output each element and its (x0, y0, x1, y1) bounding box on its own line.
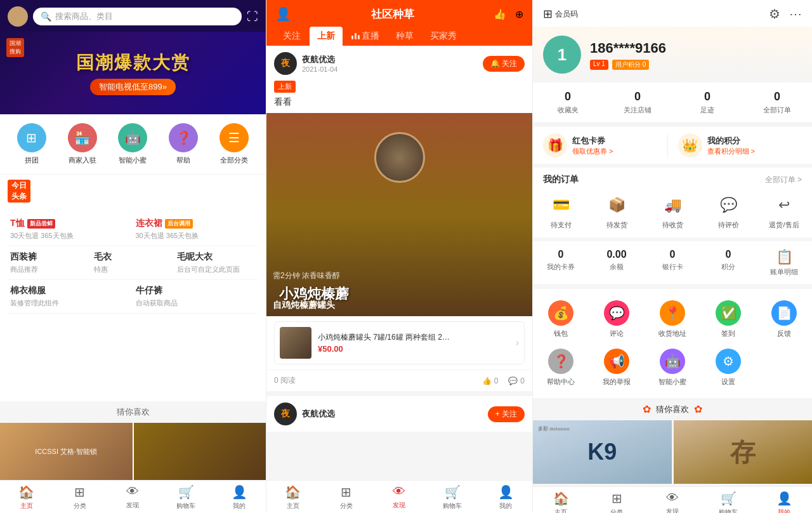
wallet-coupons[interactable]: 0 我的卡券 (533, 249, 589, 277)
service-address[interactable]: 📍 收货地址 (645, 295, 700, 343)
post-1-meta: 夜航优选 2021-01-04 (302, 54, 337, 73)
tab-buyer[interactable]: 买家秀 (422, 27, 464, 46)
image-sub: 需2分钟 浓香味香醇 (273, 270, 340, 281)
icon-allcats[interactable]: ☰ 全部分类 (219, 123, 249, 165)
cat-cell-tshirt[interactable]: T恤新品尝鲜 30天包退 365天包换 (8, 213, 133, 246)
cat-cell-suit[interactable]: 西装裤 商品推荐 (8, 246, 91, 279)
avatar[interactable] (8, 6, 28, 27)
cat-desc-dress: 30天包退 365天包换 (136, 231, 256, 241)
cat-cell-dress[interactable]: 连衣裙后台调用 30天包退 365天包换 (133, 213, 259, 246)
p1-nav-cart[interactable]: 🛒 购物车 (159, 484, 213, 510)
all-orders-link[interactable]: 全部订单 > (765, 175, 802, 185)
cat-cell-coat[interactable]: 毛呢大衣 后台可自定义此页面 (174, 246, 258, 279)
tab-grass[interactable]: 种草 (388, 27, 421, 46)
rec-item-1[interactable]: ICCSSI 艾格·智能锁 (0, 423, 133, 480)
wallet-balance[interactable]: 0.00 余额 (589, 249, 645, 277)
tab-follow[interactable]: 关注 (275, 27, 308, 46)
panel-home: 🔍 搜索商品、类目 ⛶ 国潮搜购 国潮爆款大赏 智能电视低至899» ⊞ 拼团 … (0, 0, 266, 513)
service-checkin[interactable]: ✅ 签到 (700, 295, 756, 343)
product-price: ¥50.00 (318, 344, 509, 354)
icon-shangjia[interactable]: 🏪 商家入驻 (68, 123, 97, 165)
tab-new[interactable]: 上新 (310, 27, 343, 46)
add-icon[interactable]: ⊕ (515, 8, 523, 20)
p2-nav-cat[interactable]: ⊞ 分类 (320, 484, 373, 510)
tab-live[interactable]: 直播 (344, 27, 387, 46)
post-2-info: 夜航优选 (302, 408, 483, 420)
wallet-bank[interactable]: 0 银行卡 (645, 249, 700, 277)
live-bars (351, 33, 360, 39)
icon-pintuan[interactable]: ⊞ 拼团 (17, 123, 46, 165)
coupon-item-2[interactable]: 👑 我的积分 查看积分明细 > (667, 133, 802, 157)
allcats-label: 全部分类 (220, 156, 248, 165)
order-pending-ship[interactable]: 📦 待发货 (589, 193, 645, 230)
pintuan-icon: ⊞ (17, 123, 46, 152)
cat-cell-cotton[interactable]: 棉衣棉服 装修管理此组件 (8, 280, 133, 313)
p2-nav-home[interactable]: 🏠 主页 (266, 484, 320, 510)
comment-action[interactable]: 💬 0 (508, 376, 525, 385)
icon-xiaomi[interactable]: 🤖 智能小蜜 (118, 123, 147, 165)
like-action[interactable]: 👍 0 (482, 376, 499, 385)
rec-item-2[interactable] (134, 423, 266, 480)
headline-section: 今日头条 (0, 174, 266, 208)
stat-orders[interactable]: 0 全部订单 (742, 90, 812, 115)
order-pending-receive[interactable]: 🚚 待收货 (645, 193, 700, 230)
service-help[interactable]: ❓ 帮助中心 (533, 343, 589, 392)
wallet-bill[interactable]: 📋 账单明细 (756, 249, 812, 277)
p3-nav-home[interactable]: 🏠 主页 (533, 491, 589, 513)
cat-cell-sweater[interactable]: 毛衣 特惠 (91, 246, 175, 279)
wallet-points[interactable]: 0 积分 (700, 249, 756, 277)
p3-nav-discover[interactable]: 👁 发现 (645, 491, 700, 513)
cat-title-dress: 连衣裙后台调用 (136, 218, 256, 229)
p3-rec-grid: 多彩 dotsoon K9 存 (533, 420, 812, 486)
banner-subtitle[interactable]: 智能电视低至899» (90, 79, 176, 95)
shangjia-label: 商家入驻 (69, 156, 96, 165)
p3-nav-home-label: 主页 (554, 508, 567, 513)
member-badge[interactable]: ⊞ 会员码 (543, 7, 578, 21)
wallet-bill-label: 账单明细 (770, 267, 798, 277)
post-2-name: 夜航优选 (302, 408, 483, 420)
stat-favorites[interactable]: 0 收藏夹 (533, 90, 603, 115)
follow-button-2[interactable]: + 关注 (488, 406, 525, 422)
rec-card-2[interactable]: 存 (674, 420, 813, 484)
settings-icon[interactable]: ⚙ (769, 6, 780, 22)
search-bar[interactable]: 🔍 搜索商品、类目 (33, 8, 242, 25)
service-comment[interactable]: 💬 评论 (589, 295, 645, 343)
p1-nav-mine[interactable]: 👤 我的 (213, 484, 266, 510)
rec-card-1[interactable]: 多彩 dotsoon K9 (533, 420, 672, 484)
follow-button[interactable]: 🔔 关注 (483, 56, 525, 72)
p2-nav-mine[interactable]: 👤 我的 (479, 484, 532, 510)
order-pending-pay[interactable]: 💳 待支付 (533, 193, 589, 230)
cat-cell-jeans[interactable]: 牛仔裤 自动获取商品 (133, 280, 259, 313)
service-wallet[interactable]: 💰 钱包 (533, 295, 589, 343)
p1-nav-cat[interactable]: ⊞ 分类 (53, 484, 107, 510)
more-icon[interactable]: ⋯ (789, 6, 802, 22)
cat-row-2: 西装裤 商品推荐 毛衣 特惠 毛呢大衣 后台可自定义此页面 (8, 246, 258, 280)
p3-nav-mine[interactable]: 👤 我的 (756, 491, 812, 513)
stat-history[interactable]: 0 足迹 (672, 90, 742, 115)
service-ai[interactable]: 🤖 智能小蜜 (645, 343, 700, 392)
order-pending-review[interactable]: 💬 待评价 (700, 193, 756, 230)
home-icon: 🏠 (553, 491, 569, 506)
p1-nav-discover[interactable]: 👁 发现 (107, 484, 160, 510)
icon-help[interactable]: ❓ 帮助 (169, 123, 198, 165)
service-settings[interactable]: ⚙ 设置 (700, 343, 756, 392)
expand-icon[interactable]: ⛶ (247, 10, 258, 23)
stat-follow-shops[interactable]: 0 关注店铺 (603, 90, 672, 115)
coupon-item-1[interactable]: 🎁 红包卡券 领取优惠券 > (543, 133, 667, 157)
wallet-section: 0 我的卡券 0.00 余额 0 银行卡 0 积分 📋 账单明细 (533, 241, 812, 285)
wallet-coupons-label: 我的卡券 (547, 262, 575, 272)
product-card[interactable]: 小鸡炖榛蘑罐头 7罐/16罐 两种套组 2… ¥50.00 › (274, 321, 525, 364)
p1-nav-home[interactable]: 🏠 主页 (0, 484, 53, 510)
cat-row-1: T恤新品尝鲜 30天包退 365天包换 连衣裙后台调用 30天包退 365天包换 (8, 213, 258, 246)
service-feedback[interactable]: 📄 反馈 (756, 295, 812, 343)
p3-nav-cart[interactable]: 🛒 购物车 (700, 491, 756, 513)
pending-review-icon: 💬 (716, 193, 740, 217)
order-refund[interactable]: ↩ 退货/售后 (756, 193, 812, 230)
cat-title-suit: 西装裤 (10, 251, 89, 263)
like-icon[interactable]: 👍 (494, 8, 506, 20)
guess-deco-right: ✿ (694, 403, 702, 415)
p3-nav-cat[interactable]: ⊞ 分类 (589, 491, 645, 513)
p2-nav-cart[interactable]: 🛒 购物车 (426, 484, 479, 510)
p2-nav-discover[interactable]: 👁 发现 (373, 484, 426, 510)
service-report[interactable]: 📢 我的举报 (589, 343, 645, 392)
